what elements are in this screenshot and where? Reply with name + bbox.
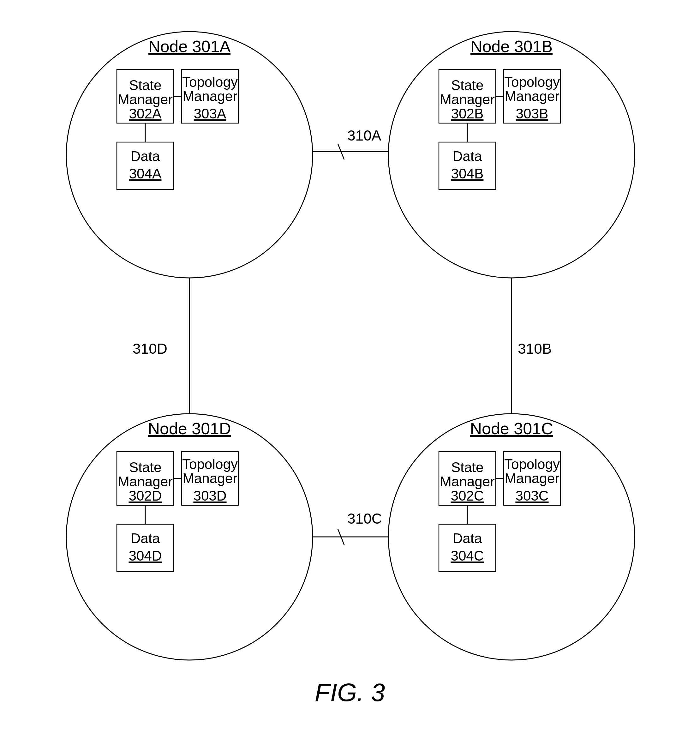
topology-manager-A-text2: Manager <box>182 88 237 104</box>
topology-manager-A-text1: Topology <box>182 74 238 90</box>
node-A-circle <box>66 32 313 278</box>
data-B-text1: Data <box>453 149 482 164</box>
state-manager-A-text1: State <box>129 77 162 93</box>
label-310D: 310D <box>132 340 167 357</box>
label-310A: 310A <box>347 127 381 144</box>
state-manager-B-id: 302B <box>451 106 484 121</box>
topology-manager-C-id: 303C <box>515 488 549 503</box>
node-D-circle <box>66 414 313 660</box>
data-A-id: 304A <box>129 166 162 181</box>
node-B-circle <box>388 32 635 278</box>
topology-manager-C-text2: Manager <box>504 471 559 486</box>
data-D-text1: Data <box>131 531 160 546</box>
data-C-id: 304C <box>451 548 484 564</box>
node-C-label: Node 301C <box>470 419 553 438</box>
state-manager-D-text2: Manager <box>118 474 173 489</box>
topology-manager-D-id: 303D <box>193 488 226 503</box>
state-manager-C-id: 302C <box>451 488 484 503</box>
data-C-text1: Data <box>453 531 482 546</box>
state-manager-B-text1: State <box>451 77 484 93</box>
state-manager-A-id: 302A <box>129 106 162 121</box>
node-B-label: Node 301B <box>471 37 553 56</box>
topology-manager-D-text2: Manager <box>182 471 237 486</box>
topology-manager-B-text2: Manager <box>504 88 559 104</box>
state-manager-B-text2: Manager <box>440 91 495 107</box>
diagram-container: 310A 310B 310C 310D Node 301A State Mana… <box>0 0 700 733</box>
node-A-label: Node 301A <box>149 37 231 56</box>
topology-manager-D-text1: Topology <box>182 456 238 472</box>
state-manager-D-text1: State <box>129 459 162 475</box>
figure-caption: FIG. 3 <box>315 679 385 707</box>
topology-manager-B-text1: Topology <box>504 74 560 90</box>
state-manager-C-text2: Manager <box>440 474 495 489</box>
state-manager-C-text1: State <box>451 459 484 475</box>
data-B-id: 304B <box>451 166 484 181</box>
data-A-text1: Data <box>131 149 160 164</box>
state-manager-A-text2: Manager <box>118 91 173 107</box>
label-310B: 310B <box>518 340 551 357</box>
topology-manager-C-text1: Topology <box>504 456 560 472</box>
state-manager-D-id: 302D <box>128 488 162 503</box>
topology-manager-B-id: 303B <box>516 106 549 121</box>
data-D-id: 304D <box>128 548 162 564</box>
node-C-circle <box>388 414 635 660</box>
node-D-label: Node 301D <box>148 419 231 438</box>
label-310C: 310C <box>347 510 382 527</box>
topology-manager-A-id: 303A <box>194 106 226 121</box>
